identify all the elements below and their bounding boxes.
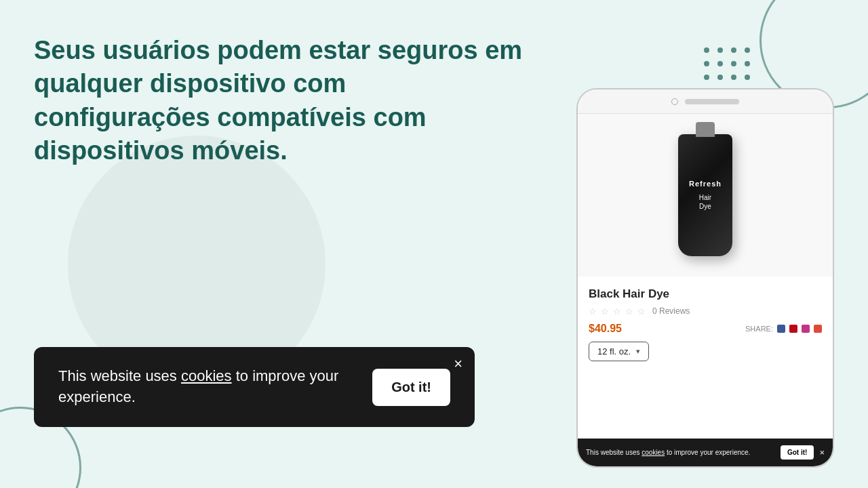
dot [731,75,736,80]
phone-speaker [685,99,739,104]
share-row: SHARE: [745,325,822,333]
product-info: Black Hair Dye ☆ ☆ ☆ ☆ ☆ 0 Reviews $40.9… [578,277,833,372]
product-price: $40.95 [589,323,622,335]
chevron-down-icon: ▾ [636,347,640,356]
dot [731,61,736,66]
page-headline: Seus usuários podem estar seguros em qua… [34,34,529,168]
product-price-row: $40.95 SHARE: [589,323,822,335]
facebook-icon[interactable] [777,325,785,333]
product-tube-image: Refresh HairDye [678,134,732,256]
dot [717,47,723,53]
phone-mockup: Refresh HairDye Black Hair Dye ☆ ☆ ☆ ☆ ☆… [576,88,834,468]
dot [704,61,709,66]
dot [704,47,709,53]
product-stars: ☆ ☆ ☆ ☆ ☆ 0 Reviews [589,306,822,316]
dots-grid [704,47,753,83]
instagram-icon[interactable] [802,325,810,333]
dot [704,75,709,80]
tube-product-name: HairDye [699,193,711,211]
phone-top-bar [578,89,833,114]
cookie-banner-text: This website uses cookies to improve you… [58,366,359,408]
dot [717,61,723,66]
cookie-close-button[interactable]: × [454,357,462,371]
star-5: ☆ [637,306,647,316]
dot [745,75,750,80]
mini-cookie-text: This website uses cookies to improve you… [586,448,775,458]
mini-cookie-banner: This website uses cookies to improve you… [578,439,833,466]
review-count: 0 Reviews [652,306,690,316]
product-title: Black Hair Dye [589,287,822,301]
cookie-text-before: This website uses [58,367,181,384]
star-1: ☆ [589,306,598,316]
mini-got-it-button[interactable]: Got it! [781,445,814,460]
tube-brand-label: Refresh [689,180,722,188]
size-selector[interactable]: 12 fl. oz. ▾ [589,342,649,361]
pinterest-icon[interactable] [789,325,797,333]
cookie-banner: This website uses cookies to improve you… [34,347,475,427]
mini-cookie-text-before: This website uses [586,449,642,456]
google-plus-icon[interactable] [814,325,822,333]
dot [717,75,723,80]
star-4: ☆ [625,306,635,316]
phone-camera [671,98,678,105]
phone-content: Refresh HairDye Black Hair Dye ☆ ☆ ☆ ☆ ☆… [578,114,833,466]
dot [745,47,750,53]
cookie-got-it-button[interactable]: Got it! [372,369,450,406]
star-2: ☆ [601,306,610,316]
size-option-label: 12 fl. oz. [597,346,631,357]
mini-cookie-close-button[interactable]: × [819,447,825,458]
cookie-link[interactable]: cookies [181,367,232,384]
star-3: ☆ [613,306,623,316]
dot [745,61,750,66]
mini-cookie-link[interactable]: cookies [642,449,665,456]
share-label: SHARE: [745,325,773,333]
product-image-area: Refresh HairDye [578,114,833,277]
mini-cookie-text-after: to improve your experience. [665,449,750,456]
dot [731,47,736,53]
